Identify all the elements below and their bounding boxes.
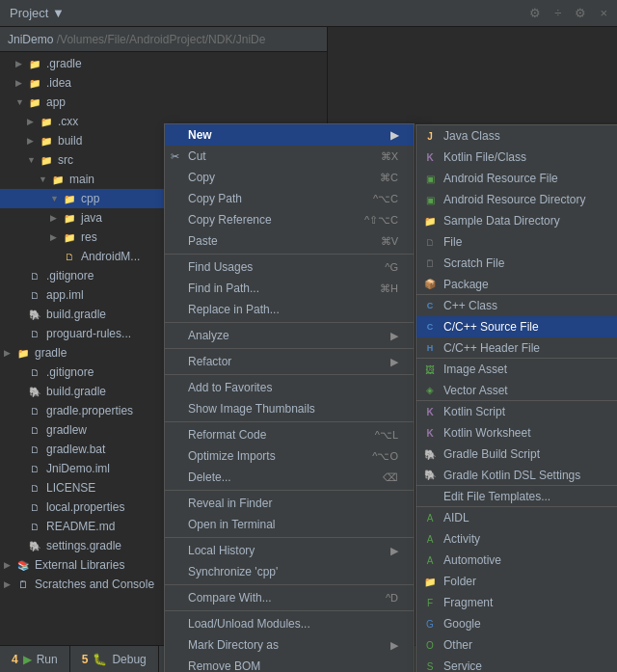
- tab-debug[interactable]: 5 🐛 Debug: [70, 646, 159, 672]
- file-icon: 🗋: [27, 422, 42, 438]
- menu-item-localhistory[interactable]: Local History ▶: [165, 540, 414, 561]
- submenu-arrow: ▶: [390, 129, 398, 142]
- menu-item-paste[interactable]: Paste ⌘V: [165, 230, 414, 252]
- tree-arrow: ▶: [27, 136, 39, 146]
- menu-label: Show Image Thumbnails: [188, 402, 315, 416]
- submenu-item-imageasset[interactable]: 🖼 Image Asset: [416, 359, 617, 380]
- gradle-icon: 🐘: [27, 307, 42, 322]
- menu-separator: [165, 584, 414, 585]
- menu-item-showimagethumbs[interactable]: Show Image Thumbnails: [165, 398, 414, 419]
- shortcut-label: ⌘X: [362, 150, 398, 163]
- submenu-item-kotlinclass[interactable]: K Kotlin File/Class: [416, 147, 617, 168]
- menu-label: Delete...: [188, 470, 231, 484]
- submenu-label: Edit File Templates...: [443, 490, 550, 503]
- menu-item-reformatcode[interactable]: Reformat Code ^⌥L: [165, 424, 414, 445]
- submenu-item-package[interactable]: 📦 Package: [416, 274, 617, 295]
- menu-item-openinterminal[interactable]: Open in Terminal: [165, 514, 414, 535]
- menu-item-refactor[interactable]: Refactor ▶: [165, 351, 414, 372]
- tree-label: proguard-rules...: [46, 327, 131, 340]
- folder-icon: 📁: [27, 56, 42, 71]
- close-icon[interactable]: ×: [600, 6, 607, 20]
- tree-item-gradle[interactable]: ▶ 📁 .gradle: [0, 54, 327, 73]
- submenu-item-google[interactable]: G Google: [416, 613, 617, 634]
- menu-item-markdirectory[interactable]: Mark Directory as ▶: [165, 634, 414, 656]
- tree-arrow: ▼: [27, 155, 39, 165]
- submenu-item-gradlebuild[interactable]: 🐘 Gradle Build Script: [416, 444, 617, 465]
- submenu-item-file[interactable]: 🗋 File: [416, 231, 617, 253]
- menu-item-copyref[interactable]: Copy Reference ^⇧⌥C: [165, 209, 414, 230]
- submenu-item-activity[interactable]: A Activity: [416, 528, 617, 550]
- menu-item-loadunload[interactable]: Load/Unload Modules...: [165, 613, 414, 634]
- submenu-item-cppclass[interactable]: C C++ Class: [416, 295, 617, 316]
- menu-item-revealfinder[interactable]: Reveal in Finder: [165, 493, 414, 514]
- submenu-item-gradlekotlinsettings[interactable]: 🐘 Gradle Kotlin DSL Settings: [416, 465, 617, 486]
- submenu-item-editfiletemplates[interactable]: Edit File Templates...: [416, 486, 617, 507]
- submenu-item-androidresdir[interactable]: ▣ Android Resource Directory: [416, 189, 617, 210]
- submenu-item-service[interactable]: S Service: [416, 656, 617, 672]
- gear-icon[interactable]: ⚙: [575, 6, 586, 20]
- submenu-item-aidl[interactable]: A AIDL: [416, 507, 617, 528]
- gradle-icon: 🐘: [27, 384, 42, 399]
- tree-label: src: [58, 153, 73, 167]
- submenu-item-folder[interactable]: 📁 Folder: [416, 571, 617, 592]
- split-icon[interactable]: ÷: [554, 6, 561, 20]
- gradle-build-icon: 🐘: [422, 446, 438, 462]
- submenu-item-kotlinworksheet[interactable]: K Kotlin Worksheet: [416, 422, 617, 444]
- shortcut-label: ^⌥L: [356, 429, 398, 442]
- project-label[interactable]: Project ▼: [10, 6, 65, 20]
- submenu-label: Package: [443, 278, 489, 291]
- submenu-item-fragment[interactable]: F Fragment: [416, 592, 617, 613]
- settings-icon[interactable]: ⚙: [529, 6, 541, 20]
- submenu-label: Kotlin Script: [443, 405, 505, 418]
- menu-item-delete[interactable]: Delete... ⌫: [165, 467, 414, 488]
- menu-item-addtofavorites[interactable]: Add to Favorites: [165, 377, 414, 398]
- menu-item-findusages[interactable]: Find Usages ^G: [165, 256, 414, 278]
- project-root-label: JniDemo /Volumes/File/AndroidProject/NDK…: [8, 33, 265, 46]
- package-icon: 📦: [422, 277, 438, 292]
- menu-item-cut[interactable]: ✂ Cut ⌘X: [165, 146, 414, 167]
- menu-item-new[interactable]: New ▶: [165, 124, 414, 146]
- menu-item-removebom[interactable]: Remove BOM: [165, 656, 414, 672]
- menu-item-findinpath[interactable]: Find in Path... ⌘H: [165, 278, 414, 299]
- submenu-item-cppheader[interactable]: H C/C++ Header File: [416, 337, 617, 359]
- other-icon: O: [422, 637, 438, 653]
- gradle-kotlin-icon: 🐘: [422, 468, 438, 483]
- submenu-item-scratchfile[interactable]: 🗒 Scratch File: [416, 253, 617, 274]
- menu-item-optimizeimports[interactable]: Optimize Imports ^⌥O: [165, 445, 414, 467]
- submenu-label: Automotive: [443, 553, 501, 567]
- shortcut-label: ^⌥C: [354, 193, 398, 205]
- folder-icon: 📁: [39, 114, 54, 129]
- menu-separator: [165, 490, 414, 491]
- tree-label: settings.gradle: [46, 539, 121, 552]
- submenu-item-javaclass[interactable]: J Java Class: [416, 125, 617, 147]
- tab-run[interactable]: 4 ▶ Run: [0, 646, 70, 672]
- title-bar-left: Project ▼: [10, 6, 65, 20]
- tree-item-app[interactable]: ▼ 📁 app: [0, 93, 327, 112]
- menu-item-analyze[interactable]: Analyze ▶: [165, 325, 414, 346]
- submenu-item-cppsource[interactable]: C C/C++ Source File: [416, 316, 617, 337]
- submenu-item-androidresfile[interactable]: ▣ Android Resource File: [416, 168, 617, 189]
- submenu-item-automotive[interactable]: A Automotive: [416, 550, 617, 571]
- file-icon: 🗋: [27, 442, 42, 457]
- menu-item-synchronize[interactable]: Synchronize 'cpp': [165, 561, 414, 582]
- menu-item-replaceinpath[interactable]: Replace in Path...: [165, 299, 414, 320]
- menu-item-copy[interactable]: Copy ⌘C: [165, 167, 414, 188]
- menu-label: Cut: [188, 149, 206, 163]
- menu-item-copypath[interactable]: Copy Path ^⌥C: [165, 188, 414, 209]
- file-icon: 🗋: [27, 499, 42, 515]
- shortcut-label: ⌘C: [361, 172, 398, 184]
- shortcut-label: ⌘H: [361, 282, 398, 295]
- tree-label: main: [69, 173, 94, 186]
- tree-arrow: ▼: [50, 194, 62, 203]
- tree-label: app.iml: [46, 288, 84, 302]
- submenu-item-kotlinscript[interactable]: K Kotlin Script: [416, 401, 617, 422]
- tree-arrow: ▶: [50, 213, 62, 223]
- menu-item-comparewith[interactable]: Compare With... ^D: [165, 587, 414, 608]
- menu-label: Optimize Imports: [188, 449, 276, 463]
- tree-item-idea[interactable]: ▶ 📁 .idea: [0, 73, 327, 93]
- submenu-item-vectorasset[interactable]: ◈ Vector Asset: [416, 380, 617, 401]
- submenu-item-sampledatadir[interactable]: 📁 Sample Data Directory: [416, 210, 617, 231]
- submenu-item-other[interactable]: O Other: [416, 634, 617, 656]
- menu-label: Copy Reference: [188, 213, 272, 227]
- menu-label: Remove BOM: [188, 659, 260, 672]
